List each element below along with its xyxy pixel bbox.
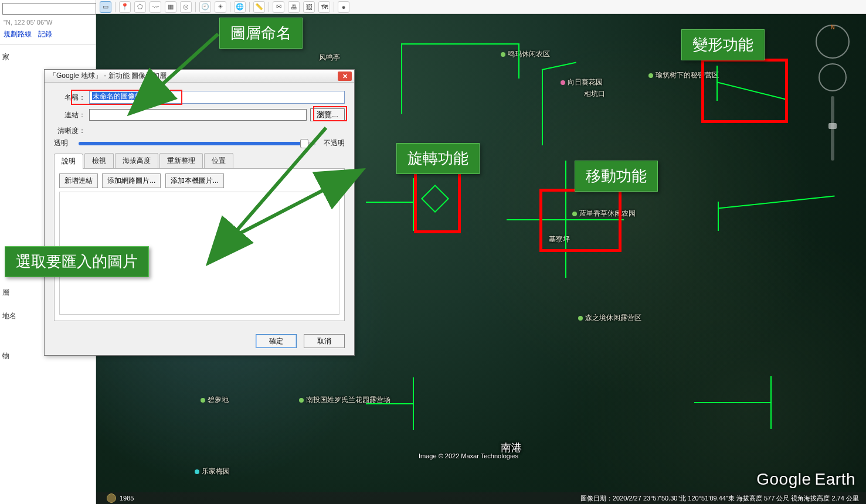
opacity-max-label: 不透明 — [324, 138, 345, 148]
tree-item[interactable]: 家 — [2, 50, 93, 63]
tab-pane: 新增連結 添加網路圖片... 添加本機圖片... — [54, 169, 345, 321]
compass-ring[interactable]: N — [816, 25, 850, 59]
status-text: 圖像日期：2020/2/27 23°57'50.30"北 120°51'09.4… — [580, 494, 859, 503]
look-ring[interactable] — [819, 63, 847, 91]
place-label: 森之境休闲露营区 — [578, 313, 641, 323]
browse-button[interactable]: 瀏覽... — [310, 108, 345, 121]
coordinates-readout: "N, 122 05' 06"W — [0, 18, 96, 27]
tool-email[interactable]: ✉ — [273, 1, 284, 13]
cancel-button[interactable]: 取消 — [304, 334, 345, 348]
callout-deform: 變形功能 — [681, 29, 765, 60]
tool-planet[interactable]: 🌐 — [234, 1, 246, 13]
top-toolbar: ▭ 📍 ⬠ 〰 ▦ ◎ 🕘 ☀ 🌐 📏 ✉ 🖶 🖼 🗺 ● — [96, 0, 866, 14]
tool-polygon[interactable]: ⬠ — [134, 1, 146, 13]
tool-record[interactable]: ◎ — [180, 1, 192, 13]
tool-placemark[interactable]: 📍 — [119, 1, 131, 13]
history-year: 1985 — [120, 495, 134, 502]
image-overlay-dialog: 「Google 地球」 - 新功能 圖像疊加層 ✕ 名稱： 未命名的圖像疊加層 … — [44, 69, 355, 356]
callout-move: 移動功能 — [575, 161, 658, 192]
place-label: 南投国姓罗氏兰花园露营场 — [299, 395, 390, 405]
tool-sky[interactable]: ● — [338, 1, 349, 13]
dialog-tabs: 說明 檢視 海拔高度 重新整理 位置 — [54, 153, 345, 169]
tool-path[interactable]: 〰 — [150, 1, 161, 13]
add-web-image-button[interactable]: 添加網路圖片... — [102, 173, 161, 188]
link-plan-route[interactable]: 規劃路線 — [4, 30, 32, 38]
tool-image-overlay[interactable]: ▦ — [165, 1, 176, 13]
tool-ruler[interactable]: 📏 — [253, 1, 265, 13]
search-input[interactable] — [2, 3, 96, 15]
annotation-box-deform — [701, 59, 788, 123]
tool-save-image[interactable]: 🖼 — [303, 1, 315, 13]
place-label: 基寮坪 — [549, 234, 570, 244]
place-label: 相坑口 — [584, 89, 605, 99]
add-link-button[interactable]: 新增連結 — [59, 173, 98, 188]
place-label: 瑜筑树下的秘密营区 — [648, 70, 719, 80]
tab-altitude[interactable]: 海拔高度 — [115, 153, 158, 168]
place-label: 乐家梅园 — [195, 466, 230, 476]
label-name: 名稱： — [54, 93, 86, 103]
place-label: 碧萝地 — [201, 395, 229, 405]
callout-layer-name: 圖層命名 — [219, 18, 303, 49]
tab-description[interactable]: 說明 — [54, 154, 83, 169]
dialog-titlebar[interactable]: 「Google 地球」 - 新功能 圖像疊加層 ✕ — [45, 70, 354, 83]
tab-view[interactable]: 檢視 — [84, 153, 114, 168]
place-label: 向日葵花园 — [561, 77, 603, 87]
navigation-gizmo[interactable]: N — [807, 25, 858, 161]
annotation-box-rotate — [414, 171, 461, 233]
dialog-close-button[interactable]: ✕ — [338, 71, 352, 81]
link-history[interactable]: 記錄 — [38, 30, 52, 38]
place-label-large: 南港 — [501, 441, 522, 455]
add-local-image-button[interactable]: 添加本機圖片... — [165, 173, 224, 188]
label-link: 連結： — [54, 110, 86, 120]
name-input[interactable]: 未命名的圖像疊加層 — [89, 91, 345, 104]
dialog-title: 「Google 地球」 - 新功能 圖像疊加層 — [49, 71, 338, 81]
ok-button[interactable]: 確定 — [256, 334, 297, 348]
history-slider-button[interactable] — [107, 493, 116, 503]
tab-location[interactable]: 位置 — [204, 153, 233, 168]
place-label: 鸣玛休闲农区 — [501, 49, 550, 59]
google-earth-logo: GoogleEarth — [756, 470, 855, 489]
opacity-min-label: 透明 — [54, 138, 70, 148]
tool-history[interactable]: 🕘 — [199, 1, 211, 13]
label-opacity: 清晰度： — [54, 126, 86, 136]
imagery-attribution: Image © 2022 Maxar Technologies — [419, 452, 518, 459]
tool-panel-toggle[interactable]: ▭ — [100, 1, 111, 13]
place-label: 风鸣亭 — [319, 53, 340, 63]
overlay-rotate-handle[interactable] — [421, 185, 449, 213]
tool-view-in-maps[interactable]: 🗺 — [318, 1, 330, 13]
tool-print[interactable]: 🖶 — [288, 1, 300, 13]
status-bar: 1985 圖像日期：2020/2/27 23°57'50.30"北 120°51… — [96, 492, 866, 504]
callout-rotate: 旋轉功能 — [396, 143, 480, 174]
opacity-slider[interactable] — [79, 142, 315, 145]
callout-select-image: 選取要匯入的圖片 — [5, 246, 149, 277]
tab-refresh[interactable]: 重新整理 — [159, 153, 203, 168]
zoom-slider[interactable] — [831, 96, 834, 161]
annotation-box-move — [539, 189, 622, 252]
place-label: 蓝星香草休闲农园 — [572, 209, 636, 219]
tool-sunlight[interactable]: ☀ — [215, 1, 226, 13]
link-input[interactable] — [89, 109, 307, 121]
